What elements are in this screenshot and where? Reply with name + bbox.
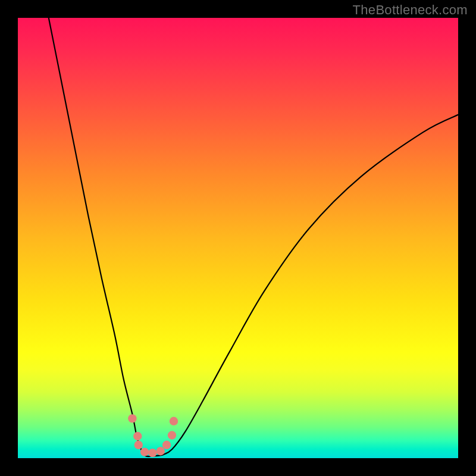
watermark-text: TheBottleneck.com	[353, 2, 468, 18]
highlight-point	[156, 447, 165, 455]
chart-frame: TheBottleneck.com	[0, 0, 476, 476]
highlight-point	[133, 432, 142, 440]
highlight-point	[134, 441, 143, 449]
curve-svg	[18, 18, 458, 458]
highlight-point	[128, 414, 136, 422]
plot-area	[18, 18, 458, 458]
highlight-point	[162, 441, 171, 449]
highlight-point	[168, 431, 176, 439]
bottleneck-curve	[49, 18, 458, 456]
highlight-point	[148, 449, 156, 457]
highlight-point	[170, 417, 178, 425]
highlight-point	[140, 447, 149, 456]
